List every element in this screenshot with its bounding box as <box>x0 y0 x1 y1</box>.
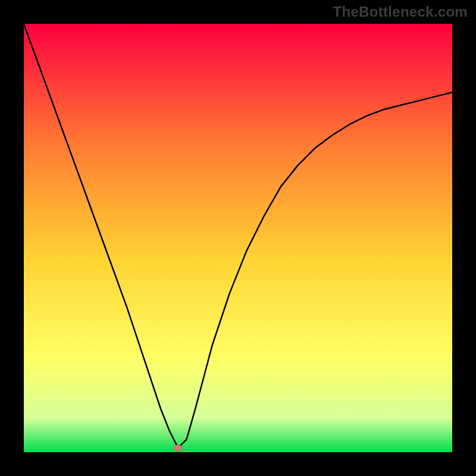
plot-area <box>24 24 452 452</box>
gradient-background <box>24 24 452 452</box>
watermark-text: TheBottleneck.com <box>333 4 468 20</box>
chart-svg <box>24 24 452 452</box>
chart-container: TheBottleneck.com <box>0 0 476 476</box>
minimum-marker-icon <box>174 445 182 451</box>
